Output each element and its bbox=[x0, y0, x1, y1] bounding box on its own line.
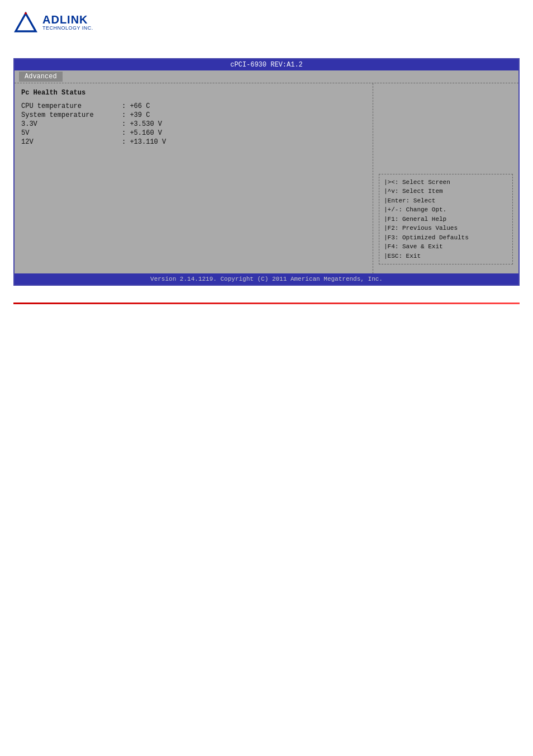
logo-subtitle: TECHNOLOGY INC. bbox=[42, 26, 93, 31]
reading-value-2: : +3.530 V bbox=[122, 120, 162, 128]
logo-container: ADLINK TECHNOLOGY INC. bbox=[13, 10, 93, 35]
reading-label-0: CPU temperature bbox=[21, 102, 122, 110]
logo-text: ADLINK TECHNOLOGY INC. bbox=[42, 13, 93, 31]
reading-value-1: : +39 C bbox=[122, 111, 150, 119]
reading-row-4: 12V : +13.110 V bbox=[21, 138, 366, 146]
reading-row-1: System temperature : +39 C bbox=[21, 111, 366, 119]
reading-label-3: 5V bbox=[21, 129, 122, 137]
bios-footer: Version 2.14.1219. Copyright (C) 2011 Am… bbox=[15, 273, 518, 285]
nav-item-advanced[interactable]: Advanced bbox=[19, 72, 63, 82]
help-line-1: |^v: Select Item bbox=[384, 187, 508, 196]
svg-point-2 bbox=[25, 12, 27, 15]
bios-left-panel: Pc Health Status CPU temperature : +66 C… bbox=[15, 83, 373, 273]
logo-brand: ADLINK bbox=[42, 13, 93, 26]
svg-marker-0 bbox=[16, 13, 36, 31]
help-line-2: |Enter: Select bbox=[384, 196, 508, 206]
bios-title: cPCI-6930 REV:A1.2 bbox=[230, 61, 303, 69]
reading-label-1: System temperature bbox=[21, 111, 122, 119]
help-box: |><: Select Screen |^v: Select Item |Ent… bbox=[379, 174, 513, 265]
bios-right-panel: |><: Select Screen |^v: Select Item |Ent… bbox=[373, 83, 518, 273]
adlink-logo-icon bbox=[13, 10, 38, 35]
reading-label-4: 12V bbox=[21, 138, 122, 146]
help-line-0: |><: Select Screen bbox=[384, 178, 508, 187]
help-line-6: |F3: Optimized Defaults bbox=[384, 233, 508, 243]
bios-screen: cPCI-6930 REV:A1.2 Advanced Pc Health St… bbox=[13, 58, 520, 286]
header: ADLINK TECHNOLOGY INC. bbox=[0, 0, 533, 41]
bios-title-bar: cPCI-6930 REV:A1.2 bbox=[15, 59, 518, 70]
section-title: Pc Health Status bbox=[21, 89, 366, 97]
help-line-7: |F4: Save & Exit bbox=[384, 242, 508, 252]
reading-value-3: : +5.160 V bbox=[122, 129, 162, 137]
reading-label-2: 3.3V bbox=[21, 120, 122, 128]
reading-value-4: : +13.110 V bbox=[122, 138, 166, 146]
reading-row-0: CPU temperature : +66 C bbox=[21, 102, 366, 110]
reading-row-3: 5V : +5.160 V bbox=[21, 129, 366, 137]
help-line-8: |ESC: Exit bbox=[384, 252, 508, 261]
bios-footer-text: Version 2.14.1219. Copyright (C) 2011 Am… bbox=[150, 276, 383, 282]
reading-row-2: 3.3V : +3.530 V bbox=[21, 120, 366, 128]
help-line-4: |F1: General Help bbox=[384, 215, 508, 224]
bios-outer: cPCI-6930 REV:A1.2 Advanced Pc Health St… bbox=[13, 58, 520, 286]
bios-content: Pc Health Status CPU temperature : +66 C… bbox=[15, 83, 518, 273]
bottom-decorative-line bbox=[13, 303, 520, 304]
help-line-3: |+/-: Change Opt. bbox=[384, 205, 508, 215]
bios-nav-bar: Advanced bbox=[15, 70, 518, 83]
help-line-5: |F2: Previous Values bbox=[384, 224, 508, 233]
readings-table: CPU temperature : +66 C System temperatu… bbox=[21, 102, 366, 146]
reading-value-0: : +66 C bbox=[122, 102, 150, 110]
